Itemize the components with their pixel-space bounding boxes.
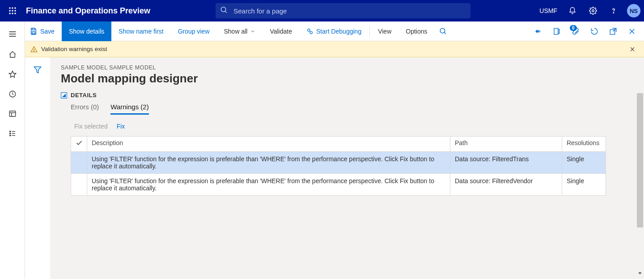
open-office-icon[interactable] [548, 21, 565, 41]
start-debugging-button[interactable]: Start Debugging [299, 21, 369, 41]
tab-warnings[interactable]: Warnings (2) [110, 103, 148, 115]
svg-marker-47 [638, 272, 642, 275]
svg-marker-46 [62, 94, 66, 97]
svg-point-2 [14, 7, 16, 9]
checkmark-icon [76, 141, 83, 148]
svg-point-6 [9, 13, 11, 14]
save-label: Save [40, 28, 55, 35]
app-title: Finance and Operations Preview [26, 6, 150, 16]
cell-path[interactable]: Data source: FilteredVendor [450, 174, 562, 196]
svg-point-1 [12, 7, 13, 9]
cell-path[interactable]: Data source: FilteredTrans [450, 152, 562, 174]
settings-gear-icon[interactable] [584, 0, 602, 21]
chevron-down-icon [250, 29, 255, 34]
svg-marker-34 [538, 29, 541, 33]
svg-point-5 [14, 10, 16, 12]
app-launcher-icon[interactable] [4, 7, 21, 15]
svg-point-4 [12, 10, 13, 12]
options-menu[interactable]: Options [398, 21, 434, 41]
details-section-header[interactable]: DETAILS [61, 92, 644, 99]
svg-rect-27 [32, 28, 35, 30]
ribbon-search-button[interactable] [435, 21, 452, 41]
cell-description[interactable]: Using 'FILTER' function for the expressi… [87, 174, 450, 196]
svg-line-32 [444, 32, 446, 34]
svg-point-31 [440, 28, 445, 33]
svg-point-9 [221, 7, 226, 12]
save-button[interactable]: Save [25, 21, 62, 41]
start-debug-label: Start Debugging [316, 28, 361, 35]
view-menu[interactable]: View [371, 21, 398, 41]
recent-clock-icon[interactable] [0, 84, 25, 104]
row-select-cell[interactable] [71, 174, 87, 196]
validate-button[interactable]: Validate [263, 21, 299, 41]
svg-point-23 [9, 133, 10, 134]
show-name-first-button[interactable]: Show name first [111, 21, 170, 41]
favorites-star-icon[interactable] [0, 64, 25, 84]
group-view-label: Group view [178, 28, 210, 35]
filter-funnel-icon[interactable] [29, 62, 47, 78]
svg-point-25 [9, 135, 10, 136]
svg-point-29 [308, 29, 310, 31]
ribbon-separator [369, 26, 370, 37]
search-icon [439, 27, 447, 35]
search-icon [220, 6, 228, 16]
user-avatar[interactable]: NS [627, 4, 640, 17]
notification-text: Validation warnings exist [41, 46, 107, 52]
svg-marker-16 [9, 71, 16, 77]
vertical-scrollbar[interactable] [637, 93, 643, 227]
global-search-input[interactable] [216, 3, 470, 18]
help-icon[interactable] [605, 0, 623, 21]
company-code[interactable]: USMF [536, 7, 561, 14]
select-all-column[interactable] [71, 137, 87, 152]
hamburger-menu-icon[interactable] [0, 23, 25, 45]
tab-errors[interactable]: Errors (0) [71, 103, 99, 115]
collapse-triangle-icon [61, 92, 67, 99]
validate-label: Validate [270, 28, 292, 35]
refresh-icon[interactable] [586, 21, 603, 41]
svg-rect-36 [558, 29, 559, 33]
table-row[interactable]: Using 'FILTER' function for the expressi… [71, 152, 606, 174]
row-select-cell[interactable] [71, 152, 87, 174]
column-header-resolutions[interactable]: Resolutions [562, 137, 606, 152]
workspaces-icon[interactable] [0, 104, 25, 124]
cell-resolutions[interactable]: Single [562, 152, 606, 174]
debug-gear-icon [306, 28, 314, 35]
attachments-count-badge: 0 [570, 25, 577, 31]
svg-point-7 [12, 13, 13, 14]
svg-rect-18 [9, 111, 16, 116]
close-page-button[interactable] [623, 21, 640, 41]
home-icon[interactable] [0, 45, 25, 64]
cell-description[interactable]: Using 'FILTER' function for the expressi… [87, 152, 450, 174]
popout-icon[interactable] [605, 21, 622, 41]
details-label: DETAILS [71, 92, 97, 99]
column-header-path[interactable]: Path [450, 137, 562, 152]
svg-point-42 [34, 51, 34, 51]
attachments-icon[interactable]: 0 [567, 21, 584, 41]
group-view-button[interactable]: Group view [171, 21, 217, 41]
options-label: Options [406, 28, 427, 35]
svg-point-0 [9, 7, 11, 9]
svg-point-12 [613, 13, 614, 13]
show-details-button[interactable]: Show details [62, 21, 111, 41]
table-row[interactable]: Using 'FILTER' function for the expressi… [71, 174, 606, 196]
show-name-first-label: Show name first [119, 28, 163, 35]
view-label: View [378, 28, 391, 35]
fix-button[interactable]: Fix [117, 123, 125, 130]
fix-selected-button: Fix selected [74, 123, 108, 130]
breadcrumb: SAMPLE MODEL SAMPLE MODEL [61, 64, 644, 71]
svg-point-8 [14, 13, 16, 14]
notifications-bell-icon[interactable] [564, 0, 581, 21]
warning-triangle-icon [30, 46, 38, 53]
scroll-down-arrow-icon[interactable] [636, 269, 644, 277]
svg-point-21 [9, 131, 10, 132]
connection-icon[interactable] [530, 21, 547, 41]
show-all-dropdown[interactable]: Show all [217, 21, 263, 41]
svg-point-11 [592, 10, 594, 12]
svg-point-3 [9, 10, 11, 12]
modules-list-icon[interactable] [0, 124, 25, 143]
svg-point-30 [310, 31, 312, 34]
close-notification-button[interactable] [626, 46, 639, 52]
cell-resolutions[interactable]: Single [562, 174, 606, 196]
column-header-description[interactable]: Description [87, 137, 450, 152]
warnings-table: Description Path Resolutions Using 'FILT… [71, 136, 606, 196]
